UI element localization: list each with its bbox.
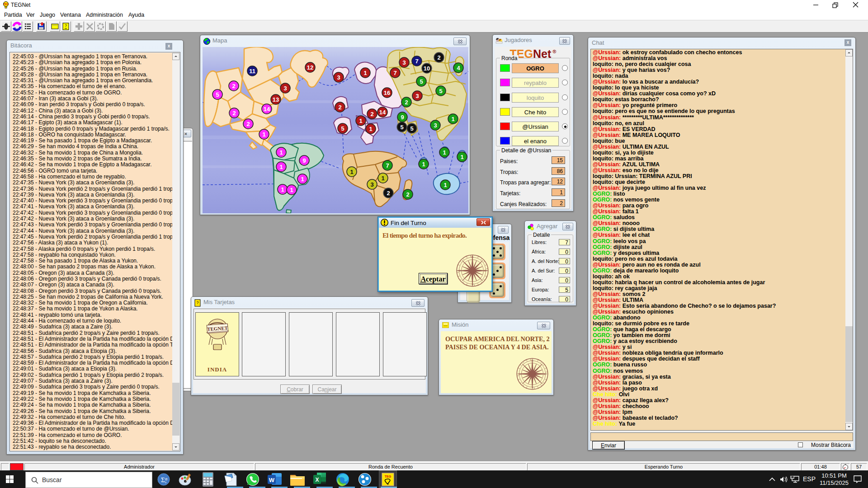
svg-text:2: 2 bbox=[406, 191, 409, 198]
svg-text:13: 13 bbox=[273, 96, 279, 103]
svg-text:7: 7 bbox=[393, 70, 396, 76]
svg-text:1: 1 bbox=[443, 149, 446, 156]
svg-text:3: 3 bbox=[402, 59, 406, 66]
svg-text:5: 5 bbox=[420, 78, 423, 85]
svg-text:1: 1 bbox=[301, 176, 304, 183]
svg-text:1: 1 bbox=[279, 164, 283, 170]
svg-text:5: 5 bbox=[216, 91, 219, 98]
svg-text:2: 2 bbox=[370, 111, 373, 117]
svg-text:2: 2 bbox=[232, 83, 235, 89]
svg-text:O: O bbox=[519, 372, 521, 375]
svg-text:TEG: TEG bbox=[385, 475, 392, 478]
svg-text:16: 16 bbox=[384, 89, 390, 96]
svg-text:9: 9 bbox=[302, 157, 306, 164]
svg-text:5: 5 bbox=[400, 124, 403, 131]
svg-text:N: N bbox=[472, 255, 474, 258]
svg-text:5: 5 bbox=[439, 88, 442, 94]
svg-text:1: 1 bbox=[363, 70, 367, 76]
svg-text:2: 2 bbox=[437, 54, 440, 61]
svg-text:5: 5 bbox=[410, 125, 413, 132]
svg-text:N: N bbox=[531, 359, 533, 362]
svg-text:1: 1 bbox=[281, 186, 284, 193]
svg-text:÷: ÷ bbox=[165, 480, 167, 485]
svg-text:10: 10 bbox=[424, 65, 430, 72]
svg-text:2: 2 bbox=[387, 190, 390, 197]
svg-text:1: 1 bbox=[369, 126, 372, 132]
svg-text:4: 4 bbox=[457, 65, 460, 71]
svg-text:3: 3 bbox=[283, 85, 287, 92]
svg-text:S: S bbox=[532, 385, 533, 389]
svg-text:1: 1 bbox=[350, 169, 353, 175]
svg-text:3: 3 bbox=[370, 181, 373, 188]
svg-text:2: 2 bbox=[246, 121, 250, 127]
svg-text:1: 1 bbox=[359, 117, 362, 124]
svg-text:1: 1 bbox=[381, 175, 384, 182]
svg-text:3: 3 bbox=[415, 93, 419, 99]
svg-text:S: S bbox=[472, 282, 473, 286]
svg-text:14: 14 bbox=[264, 106, 270, 113]
svg-text:?: ? bbox=[65, 23, 67, 28]
svg-text:1: 1 bbox=[279, 149, 283, 156]
svg-text:14: 14 bbox=[379, 109, 386, 116]
svg-text:W: W bbox=[269, 477, 275, 483]
svg-text:TEG: TEG bbox=[4, 3, 8, 5]
svg-text:E: E bbox=[544, 372, 546, 375]
svg-text:E: E bbox=[484, 269, 486, 272]
svg-text:?: ? bbox=[196, 300, 198, 305]
svg-text:2: 2 bbox=[405, 99, 408, 106]
svg-text:11: 11 bbox=[249, 68, 255, 75]
svg-text:1: 1 bbox=[460, 154, 463, 160]
svg-text:1: 1 bbox=[422, 161, 425, 168]
svg-text:1: 1 bbox=[451, 116, 454, 122]
svg-text:7: 7 bbox=[386, 162, 389, 169]
svg-text:O: O bbox=[458, 269, 461, 272]
svg-text:2: 2 bbox=[338, 104, 341, 111]
svg-text:2: 2 bbox=[232, 110, 236, 117]
svg-text:9: 9 bbox=[401, 114, 404, 121]
svg-text:1: 1 bbox=[290, 187, 293, 193]
svg-text:7: 7 bbox=[415, 58, 418, 65]
svg-text:1: 1 bbox=[262, 131, 265, 138]
svg-text:5: 5 bbox=[341, 125, 344, 132]
svg-text:3: 3 bbox=[337, 74, 340, 81]
svg-text:1: 1 bbox=[443, 182, 447, 188]
svg-text:X: X bbox=[315, 477, 319, 483]
svg-text:3: 3 bbox=[434, 122, 437, 129]
svg-text:12: 12 bbox=[307, 64, 313, 71]
